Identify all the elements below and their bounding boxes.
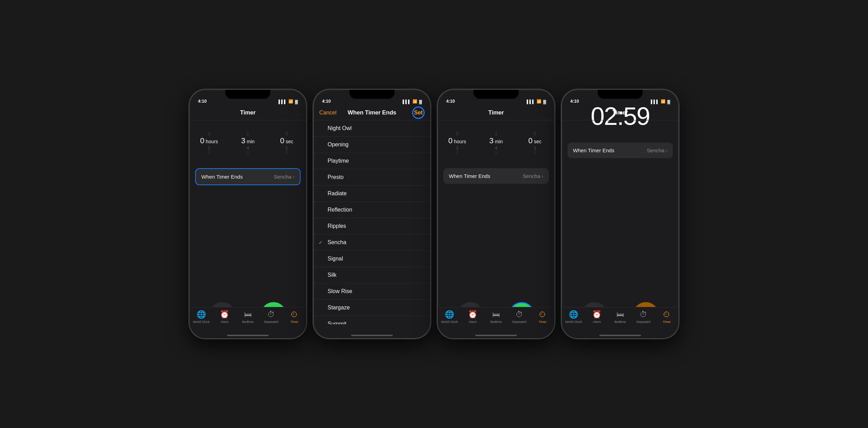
- min-below2: 5: [247, 151, 249, 155]
- sec-above-3: 0: [534, 131, 536, 136]
- list-item-playtime[interactable]: Playtime: [314, 153, 430, 169]
- notch-3: [474, 90, 519, 99]
- silk-label: Silk: [328, 272, 423, 278]
- tab-bedtime-4[interactable]: 🛏 Bedtime: [610, 310, 631, 324]
- min-below1-3: 4: [495, 145, 497, 151]
- phone-2: 4:10 ▌▌▌ 📶 ▓ Cancel When Timer Ends Set …: [313, 89, 431, 339]
- timer-icon-4: ⏲: [663, 310, 670, 319]
- nav-bar-3: Timer: [438, 105, 554, 120]
- alarm-label-3: Alarm: [469, 320, 477, 324]
- hours-below2-3: 2: [456, 151, 458, 155]
- tab-timer-4[interactable]: ⏲ Timer: [656, 310, 677, 324]
- set-nav-2[interactable]: Set: [412, 106, 425, 119]
- alarm-icon-4: ⏰: [592, 310, 601, 319]
- notch: [225, 90, 270, 99]
- chevron-icon-3: ›: [542, 173, 543, 179]
- chevron-icon-4: ›: [666, 148, 667, 153]
- nav-bar-2: Cancel When Timer Ends Set: [314, 105, 430, 120]
- check-icon: ✓: [319, 240, 323, 245]
- picker-1[interactable]: 0 0 hours 1 2 2 3 min 4 5 0 0 sec 1 2: [190, 120, 306, 165]
- status-time-2: 4:10: [322, 99, 331, 104]
- tab-alarm-4[interactable]: ⏰ Alarm: [587, 310, 607, 324]
- list-item-radiate[interactable]: Radiate: [314, 186, 430, 202]
- tab-bar-3: 🌐 World Clock ⏰ Alarm 🛏 Bedtime ⏱ Stopwa…: [438, 307, 554, 338]
- phone-3: 4:10 ▌▌▌ 📶 ▓ Timer 0 0 hours 1 2 2 3 min…: [437, 89, 555, 339]
- tab-timer-3[interactable]: ⏲ Timer: [532, 310, 553, 324]
- min-above: 2: [247, 131, 249, 136]
- list-item-signal[interactable]: Signal: [314, 251, 430, 267]
- timer-ends-label-1: When Timer Ends: [201, 174, 243, 180]
- timer-label-4: Timer: [663, 320, 671, 324]
- list-item-silk[interactable]: Silk: [314, 267, 430, 283]
- when-timer-ends-3[interactable]: When Timer Ends Sencha ›: [443, 168, 549, 184]
- picker-3[interactable]: 0 0 hours 1 2 2 3 min 4 5 0 0 sec 1 2: [438, 120, 554, 165]
- bedtime-icon-3: 🛏: [492, 310, 500, 319]
- tab-alarm-1[interactable]: ⏰ Alarm: [214, 310, 235, 324]
- list-item-ripples[interactable]: Ripples: [314, 218, 430, 234]
- hours-selected-3: 0: [448, 136, 452, 145]
- home-indicator-1: [227, 335, 269, 336]
- tab-stopwatch-3[interactable]: ⏱ Stopwatch: [509, 310, 530, 324]
- list-item-night-owl[interactable]: Night Owl: [314, 120, 430, 137]
- bedtime-label-4: Bedtime: [614, 320, 626, 324]
- minutes-picker[interactable]: 2 3 min 4 5: [228, 131, 267, 155]
- tab-timer-1[interactable]: ⏲ Timer: [284, 310, 305, 324]
- tab-world-clock-1[interactable]: 🌐 World Clock: [191, 310, 212, 324]
- timer-ends-value-4: Sencha ›: [647, 147, 667, 153]
- timer-label-3: Timer: [539, 320, 547, 324]
- home-indicator-3: [475, 335, 517, 336]
- tab-stopwatch-4[interactable]: ⏱ Stopwatch: [633, 310, 654, 324]
- list-item-slow-rise[interactable]: Slow Rise: [314, 283, 430, 300]
- list-item-opening[interactable]: Opening: [314, 137, 430, 153]
- sec-label: sec: [286, 139, 293, 144]
- world-clock-icon-3: 🌐: [445, 310, 454, 319]
- tab-world-clock-4[interactable]: 🌐 World Clock: [563, 310, 584, 324]
- tab-bedtime-3[interactable]: 🛏 Bedtime: [486, 310, 506, 324]
- nav-bar-1: Timer: [190, 105, 306, 120]
- nav-bar-4: Timer: [562, 105, 678, 120]
- stopwatch-label-3: Stopwatch: [512, 320, 527, 324]
- wifi-icon-1: 📶: [288, 99, 293, 104]
- bedtime-label-3: Bedtime: [490, 320, 502, 324]
- list-item-reflection[interactable]: Reflection: [314, 202, 430, 218]
- sec-below2-3: 2: [534, 151, 536, 155]
- min-below1: 4: [246, 145, 249, 151]
- hours-picker[interactable]: 0 0 hours 1 2: [190, 131, 228, 155]
- when-timer-ends-4[interactable]: When Timer Ends Sencha ›: [567, 143, 673, 158]
- tab-world-clock-3[interactable]: 🌐 World Clock: [439, 310, 460, 324]
- timer-ends-label-4: When Timer Ends: [573, 147, 614, 153]
- signal-icon-4: ▌▌▌: [651, 100, 659, 104]
- minutes-picker-3[interactable]: 2 3 min 4 5: [477, 131, 515, 155]
- timer-ends-label-3: When Timer Ends: [449, 173, 490, 179]
- stopwatch-icon-3: ⏱: [515, 310, 523, 319]
- bedtime-icon-1: 🛏: [244, 310, 252, 319]
- alarm-icon-1: ⏰: [220, 310, 229, 319]
- home-indicator-2: [351, 335, 393, 336]
- hours-below2: 2: [208, 151, 210, 155]
- sec-selected: 0: [280, 136, 284, 145]
- signal-icon-3: ▌▌▌: [527, 100, 535, 104]
- hours-picker-3[interactable]: 0 0 hours 1 2: [438, 131, 477, 155]
- hours-label-3: hours: [454, 139, 466, 144]
- status-time-3: 4:10: [446, 99, 455, 104]
- cancel-nav-2[interactable]: Cancel: [319, 110, 337, 116]
- list-item-summit[interactable]: Summit: [314, 316, 430, 324]
- list-item-stargaze[interactable]: Stargaze: [314, 300, 430, 316]
- tab-stopwatch-1[interactable]: ⏱ Stopwatch: [261, 310, 281, 324]
- list-item-presto[interactable]: Presto: [314, 169, 430, 186]
- when-timer-ends-1[interactable]: When Timer Ends Sencha ›: [195, 168, 301, 185]
- phone-4: 4:10 ▌▌▌ 📶 ▓ Timer 02:59 When Timer Ends…: [561, 89, 679, 339]
- tab-bar-1: 🌐 World Clock ⏰ Alarm 🛏 Bedtime ⏱ Stopwa…: [190, 307, 306, 338]
- tab-alarm-3[interactable]: ⏰ Alarm: [462, 310, 483, 324]
- seconds-picker-3[interactable]: 0 0 sec 1 2: [515, 131, 554, 155]
- tab-bedtime-1[interactable]: 🛏 Bedtime: [237, 310, 258, 324]
- seconds-picker[interactable]: 0 0 sec 1 2: [267, 131, 306, 155]
- world-clock-label-4: World Clock: [565, 320, 582, 324]
- nav-title-3: Timer: [488, 109, 504, 116]
- sec-below1: 1: [285, 145, 288, 151]
- min-selected-3: 3: [489, 136, 494, 145]
- nav-title-2: When Timer Ends: [348, 109, 396, 116]
- list-item-sencha[interactable]: ✓ Sencha: [314, 234, 430, 251]
- opening-label: Opening: [328, 142, 423, 148]
- alarm-label-1: Alarm: [220, 320, 229, 324]
